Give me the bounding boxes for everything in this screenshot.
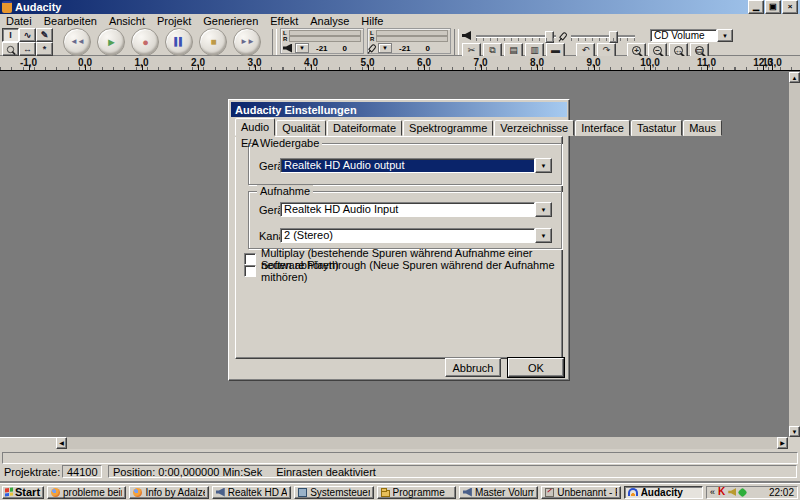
tab-tastatur[interactable]: Tastatur	[631, 120, 682, 136]
input-meter-dropdown[interactable]: ▼	[378, 43, 392, 53]
minimize-button[interactable]: ▁	[748, 0, 764, 14]
output-meter[interactable]: L R ▼ -21 0	[280, 28, 364, 54]
scroll-down-button[interactable]: ▼	[789, 426, 800, 437]
close-button[interactable]: ×	[782, 0, 798, 14]
draw-tool[interactable]: ✎	[36, 28, 53, 42]
start-button[interactable]: Start	[2, 486, 44, 499]
input-volume-slider[interactable]	[571, 35, 635, 37]
menu-hilfe[interactable]: Hilfe	[355, 15, 389, 28]
timeshift-tool[interactable]: ↔	[19, 42, 36, 56]
speaker-icon	[283, 44, 292, 53]
envelope-tool[interactable]: ∿	[19, 28, 36, 42]
task-programme[interactable]: Programme	[377, 486, 456, 499]
horizontal-scrollbar[interactable]: ◀ ▶	[0, 437, 800, 449]
task-systemsteuerung[interactable]: Systemsteuerung	[294, 486, 373, 499]
multi-tool[interactable]: *	[36, 42, 53, 56]
recording-device-select[interactable]: Realtek HD Audio Input ▼	[280, 202, 552, 217]
menu-bearbeiten[interactable]: Bearbeiten	[38, 15, 103, 28]
pause-button-icon: ▌▌	[174, 38, 183, 46]
menu-datei[interactable]: Datei	[0, 15, 38, 28]
start-label: Start	[15, 486, 40, 498]
ruler-major-tick	[311, 65, 312, 70]
output-meter-dropdown[interactable]: ▼	[295, 43, 309, 53]
tab-qualit-t[interactable]: Qualität	[276, 120, 326, 136]
chevron-down-icon[interactable]: ▼	[535, 228, 552, 243]
scroll-up-button[interactable]: ▲	[789, 72, 800, 83]
cancel-button[interactable]: Abbruch	[445, 358, 501, 377]
mixer-toolbar: CD Volume ▼	[462, 28, 733, 42]
chevron-down-icon[interactable]: ▼	[535, 158, 552, 173]
checkbox-label: Software Playthrough (Neue Spuren währen…	[261, 259, 562, 283]
speaker-icon	[462, 31, 471, 40]
dialog-title: Audacity Einstellungen	[235, 104, 357, 116]
tab-interface[interactable]: Interface	[575, 120, 630, 136]
task-realtek-audio-manager[interactable]: Realtek HD Audio-M...	[212, 486, 291, 499]
playback-device-value: Realtek HD Audio output	[280, 158, 535, 173]
audacity-app-icon	[2, 1, 12, 13]
timeline-ruler[interactable]: -1,00,01,02,03,04,05,06,07,08,09,010,011…	[0, 56, 800, 71]
checkbox[interactable]	[244, 265, 256, 277]
menu-ansicht[interactable]: Ansicht	[103, 15, 151, 28]
record-button[interactable]: ●	[131, 28, 159, 56]
menu-analyse[interactable]: Analyse	[304, 15, 355, 28]
stop-button[interactable]: ■	[199, 28, 227, 56]
scroll-left-button[interactable]: ◀	[56, 437, 67, 449]
zoom-tool[interactable]	[2, 42, 19, 56]
task-audacity[interactable]: Audacity	[624, 486, 703, 499]
skip-to-end-button[interactable]: ►►	[233, 28, 261, 56]
collapse-chevron-icon[interactable]: «	[710, 488, 715, 497]
play-button[interactable]: ►	[97, 28, 125, 56]
magnifier-icon: +	[632, 46, 641, 55]
system-icon	[298, 488, 307, 497]
vertical-scrollbar[interactable]: ▲ ▼	[789, 72, 800, 437]
input-volume-thumb[interactable]	[609, 31, 618, 43]
restore-button[interactable]: ▣	[765, 0, 781, 14]
scrollbar-corner	[788, 437, 800, 449]
input-meter[interactable]: L R ▼ -21 0	[367, 28, 451, 54]
tab-audio-e-a[interactable]: Audio E/A	[235, 118, 275, 136]
pause-button[interactable]: ▌▌	[165, 28, 193, 56]
ok-button[interactable]: OK	[508, 358, 564, 377]
channels-value: 2 (Stereo)	[280, 228, 535, 243]
firefox-icon	[51, 488, 60, 497]
mixer-and-edit-toolbars: CD Volume ▼ ✂⧉▤▥▬↶↷+−↔▭	[462, 28, 733, 58]
microphone-icon	[368, 43, 377, 52]
tab-spektrogramme[interactable]: Spektrogramme	[403, 120, 493, 136]
output-volume-thumb[interactable]	[545, 31, 554, 43]
skip-to-start-button[interactable]: ◄◄	[63, 28, 91, 56]
tab-dateiformate[interactable]: Dateiformate	[327, 120, 402, 136]
ruler-major-tick	[594, 65, 595, 70]
status-message-strip	[2, 452, 798, 464]
selection-tool[interactable]: I	[2, 28, 19, 42]
chevron-down-icon[interactable]: ▼	[535, 202, 552, 217]
screen: Audacity ▁ ▣ × DateiBearbeitenAnsichtPro…	[0, 0, 800, 500]
task-probleme-beim-reco[interactable]: probleme beim reco...	[47, 486, 126, 499]
task-master-volume[interactable]: Master Volume	[459, 486, 538, 499]
playback-device-select[interactable]: Realtek HD Audio output ▼	[280, 158, 552, 173]
toolbar-separator	[454, 29, 459, 55]
horizontal-scroll-track[interactable]	[67, 437, 777, 449]
volume-tray-icon[interactable]	[728, 488, 736, 496]
tab-verzeichnisse[interactable]: Verzeichnisse	[494, 120, 574, 136]
k-tray-icon[interactable]: K	[718, 487, 725, 497]
speaker-icon	[216, 488, 225, 497]
chevron-down-icon[interactable]: ▼	[717, 29, 733, 42]
antivirus-tray-icon[interactable]	[738, 487, 748, 497]
tab-maus[interactable]: Maus	[683, 120, 722, 136]
stop-button-icon: ■	[210, 37, 215, 47]
folder-icon	[381, 490, 390, 497]
meter-scale-max: 0	[426, 44, 430, 53]
checkbox[interactable]	[244, 253, 256, 265]
scroll-right-button[interactable]: ▶	[777, 437, 788, 449]
output-volume-slider[interactable]	[476, 35, 556, 37]
input-source-select[interactable]: CD Volume ▼	[650, 29, 733, 42]
menu-generieren[interactable]: Generieren	[197, 15, 264, 28]
task-paint[interactable]: Unbenannt - Paint	[541, 486, 620, 499]
channels-select[interactable]: 2 (Stereo) ▼	[280, 228, 552, 243]
task-info-by-adalzer[interactable]: Info by Adalzer.co...	[129, 486, 208, 499]
output-meter-bar	[289, 36, 361, 42]
window-titlebar: Audacity ▁ ▣ ×	[0, 0, 800, 14]
firefox-icon	[133, 488, 142, 497]
menu-effekt[interactable]: Effekt	[264, 15, 304, 28]
menu-projekt[interactable]: Projekt	[151, 15, 197, 28]
